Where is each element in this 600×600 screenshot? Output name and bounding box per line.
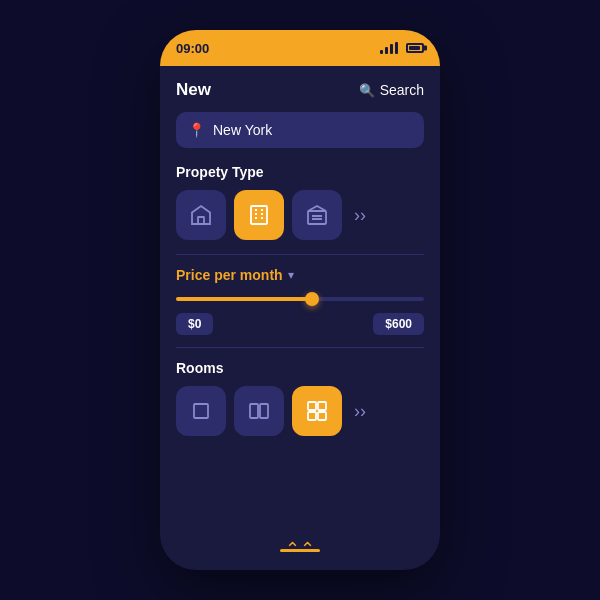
slider-thumb[interactable]	[305, 292, 319, 306]
multi-room-icon	[305, 399, 329, 423]
search-label: Search	[380, 82, 424, 98]
garage-icon	[305, 203, 329, 227]
svg-rect-15	[318, 402, 326, 410]
price-chevron-icon[interactable]: ▾	[288, 268, 294, 282]
battery-icon	[406, 43, 424, 53]
double-room-icon	[247, 399, 271, 423]
price-slider[interactable]	[176, 293, 424, 305]
bottom-indicator	[280, 549, 320, 552]
room-double-button[interactable]	[234, 386, 284, 436]
single-room-icon	[189, 399, 213, 423]
status-time: 09:00	[176, 41, 209, 56]
search-button[interactable]: 🔍 Search	[359, 82, 424, 98]
building-icon	[247, 203, 271, 227]
house-icon	[189, 203, 213, 227]
room-single-button[interactable]	[176, 386, 226, 436]
divider-1	[176, 254, 424, 255]
pin-icon: 📍	[188, 122, 205, 138]
rooms-section: Rooms	[176, 360, 424, 436]
property-house-button[interactable]	[176, 190, 226, 240]
svg-rect-0	[198, 217, 204, 224]
rooms-title: Rooms	[176, 360, 424, 376]
slider-fill	[176, 297, 312, 301]
svg-rect-11	[194, 404, 208, 418]
svg-rect-12	[250, 404, 258, 418]
phone-frame: 09:00 New 🔍 Search 📍 New York	[160, 30, 440, 570]
page-header: New 🔍 Search	[176, 80, 424, 100]
price-label: Price per month	[176, 267, 283, 283]
price-max: $600	[373, 313, 424, 335]
location-text: New York	[213, 122, 272, 138]
price-min: $0	[176, 313, 213, 335]
property-type-title: Propety Type	[176, 164, 424, 180]
property-icons-row: ››	[176, 190, 424, 240]
price-range: $0 $600	[176, 313, 424, 335]
rooms-icons-row: ››	[176, 386, 424, 436]
property-more-button[interactable]: ››	[354, 205, 366, 226]
status-icons	[380, 42, 424, 54]
divider-2	[176, 347, 424, 348]
main-content: New 🔍 Search 📍 New York Propety Type	[160, 66, 440, 570]
price-header: Price per month ▾	[176, 267, 424, 283]
bottom-nav: ⌃⌃	[160, 540, 440, 558]
price-section: Price per month ▾ $0 $600	[176, 267, 424, 335]
signal-icon	[380, 42, 398, 54]
property-type-section: Propety Type	[176, 164, 424, 240]
rooms-more-button[interactable]: ››	[354, 401, 366, 422]
svg-rect-1	[251, 206, 267, 224]
page-title: New	[176, 80, 211, 100]
slider-track	[176, 297, 424, 301]
room-multi-button[interactable]	[292, 386, 342, 436]
svg-rect-13	[260, 404, 268, 418]
property-garage-button[interactable]	[292, 190, 342, 240]
svg-rect-17	[318, 412, 326, 420]
location-input[interactable]: 📍 New York	[176, 112, 424, 148]
svg-rect-16	[308, 412, 316, 420]
svg-rect-8	[308, 211, 326, 224]
status-bar: 09:00	[160, 30, 440, 66]
search-icon: 🔍	[359, 83, 375, 98]
property-building-button[interactable]	[234, 190, 284, 240]
svg-rect-14	[308, 402, 316, 410]
